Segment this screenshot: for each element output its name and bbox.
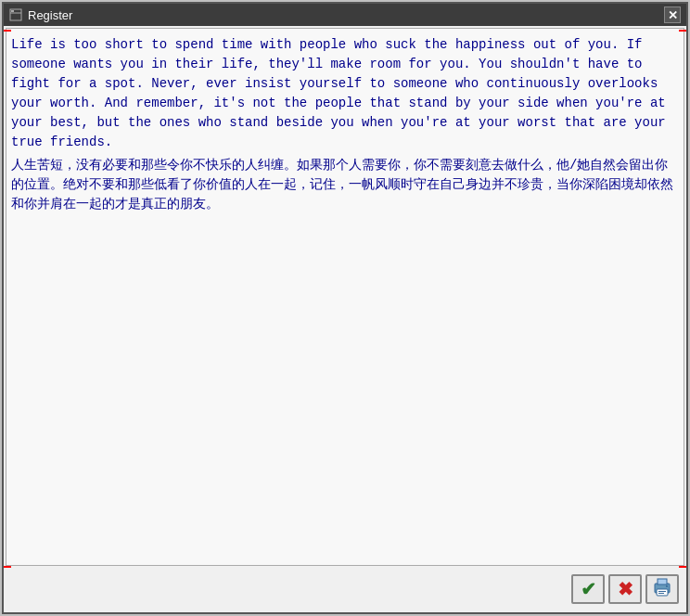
check-icon: ✔: [581, 578, 596, 600]
window-icon: [9, 8, 22, 21]
svg-point-8: [666, 585, 668, 587]
svg-rect-4: [658, 579, 667, 584]
bottom-bar: ✔ ✖: [4, 566, 686, 612]
cancel-button[interactable]: ✖: [608, 574, 642, 604]
printer-icon: [652, 578, 672, 601]
svg-rect-7: [658, 593, 664, 594]
title-bar: Register ✕: [4, 4, 686, 26]
content-area: Life is too short to spend time with peo…: [4, 26, 686, 566]
text-content: Life is too short to spend time with peo…: [11, 35, 679, 214]
svg-rect-5: [657, 589, 668, 596]
print-button[interactable]: [645, 574, 679, 604]
main-window: Register ✕ Life is too short to spend ti…: [2, 2, 688, 614]
title-bar-left: Register: [9, 8, 72, 22]
corner-br: [679, 566, 686, 568]
close-button[interactable]: ✕: [664, 6, 681, 23]
chinese-paragraph: 人生苦短，没有必要和那些令你不快乐的人纠缠。如果那个人需要你，你不需要刻意去做什…: [11, 156, 679, 214]
corner-bl: [4, 566, 11, 568]
window-title: Register: [28, 8, 72, 22]
x-icon: ✖: [618, 578, 633, 600]
svg-rect-6: [658, 591, 666, 592]
svg-rect-2: [11, 10, 14, 12]
confirm-button[interactable]: ✔: [571, 574, 605, 604]
english-paragraph: Life is too short to spend time with peo…: [11, 35, 679, 152]
